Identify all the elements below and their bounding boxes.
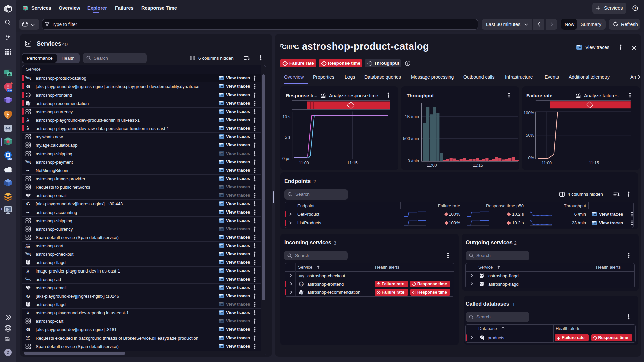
svg-text:G: G (26, 294, 30, 299)
svg-text:ASP: ASP (26, 336, 30, 338)
svg-text:G: G (26, 84, 30, 89)
svg-text:JS: JS (27, 94, 29, 96)
svg-text:GRPC: GRPC (26, 278, 30, 281)
svg-text:NEW: NEW (8, 158, 12, 160)
svg-text:λ: λ (27, 310, 29, 315)
svg-text:GRPC: GRPC (299, 275, 303, 277)
svg-text:λ: λ (27, 268, 29, 274)
svg-text:JS: JS (300, 283, 302, 285)
svg-text:GRPC: GRPC (282, 44, 299, 50)
svg-text:.NET: .NET (25, 338, 30, 340)
svg-text:.NET: .NET (25, 169, 31, 171)
svg-text:GRPC: GRPC (26, 253, 30, 255)
svg-text:?: ? (634, 6, 636, 10)
svg-text:NEW: NEW (8, 89, 12, 92)
svg-text:G: G (26, 201, 30, 206)
svg-text:λ: λ (27, 126, 29, 131)
svg-text:ASP: ASP (26, 244, 30, 246)
svg-text:.NET: .NET (25, 211, 31, 213)
svg-text:.NET: .NET (25, 246, 30, 248)
svg-text:GRPC: GRPC (26, 77, 30, 79)
svg-text:GRPC: GRPC (26, 161, 30, 163)
svg-text:λ: λ (27, 117, 29, 123)
svg-text:G: G (26, 327, 30, 332)
